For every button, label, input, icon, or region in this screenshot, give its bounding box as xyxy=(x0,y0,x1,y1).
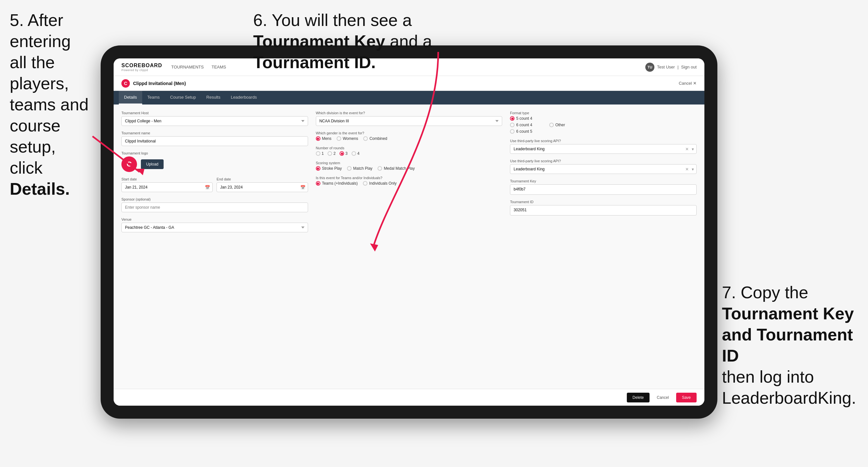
tab-leaderboards[interactable]: Leaderboards xyxy=(226,91,262,104)
end-date-wrap: 📅 xyxy=(217,182,308,192)
navbar-brand: SCOREBOARD Powered by clippd xyxy=(121,63,162,72)
save-button[interactable]: Save xyxy=(676,393,696,402)
scoring-match-radio[interactable] xyxy=(347,166,351,171)
end-calendar-icon: 📅 xyxy=(300,185,306,190)
round-3[interactable]: 3 xyxy=(340,151,348,156)
format-5count4[interactable]: 5 count 4 xyxy=(510,116,532,121)
tournament-key-value: b4f0b7 xyxy=(510,184,696,195)
format-other-group: Other xyxy=(549,116,565,134)
sponsor-label: Sponsor (optional) xyxy=(121,197,308,201)
api1-input[interactable] xyxy=(510,144,696,154)
teams-plus-individuals[interactable]: Teams (+Individuals) xyxy=(316,181,358,186)
tablet-screen: SCOREBOARD Powered by clippd TOURNAMENTS… xyxy=(114,58,704,406)
api2-group: Use third-party live scoring API? ✕ ▾ xyxy=(510,159,696,174)
tournament-header: C Clippd Invitational (Men) Cancel ✕ xyxy=(114,76,704,91)
navbar-right: TU Test User | Sign out xyxy=(645,63,696,72)
gender-womens-radio[interactable] xyxy=(337,136,341,141)
upload-button[interactable]: Upload xyxy=(141,159,164,169)
start-date-group: Start date 📅 xyxy=(121,177,213,192)
col-left: Tournament Host Clippd College - Men Tou… xyxy=(121,111,308,238)
scoring-medal-radio[interactable] xyxy=(377,166,382,171)
api2-input[interactable] xyxy=(510,164,696,174)
teams-group: Is this event for Teams and/or Individua… xyxy=(316,176,502,186)
tournament-host-select[interactable]: Clippd College - Men xyxy=(121,116,308,126)
gender-womens[interactable]: Womens xyxy=(337,136,358,141)
cancel-link[interactable]: Cancel ✕ xyxy=(678,81,696,86)
api2-clear-icon[interactable]: ✕ xyxy=(685,167,689,172)
format-5count4-radio[interactable] xyxy=(510,116,515,121)
end-date-input[interactable] xyxy=(217,182,308,192)
user-name: Test User xyxy=(657,65,675,69)
api1-label: Use third-party live scoring API? xyxy=(510,139,696,143)
api1-wrap: ✕ ▾ xyxy=(510,144,696,154)
tab-course-setup[interactable]: Course Setup xyxy=(165,91,201,104)
main-content: Tournament Host Clippd College - Men Tou… xyxy=(114,104,704,389)
gender-combined-radio[interactable] xyxy=(363,136,368,141)
sponsor-input[interactable] xyxy=(121,203,308,212)
round-4[interactable]: 4 xyxy=(351,151,360,156)
round-4-radio[interactable] xyxy=(351,151,356,156)
api2-chevron-icon[interactable]: ▾ xyxy=(692,167,694,172)
tournament-logo-icon: C xyxy=(121,79,130,88)
format-other[interactable]: Other xyxy=(549,123,565,127)
tournament-host-label: Tournament Host xyxy=(121,111,308,115)
gender-group: Which gender is the event for? Mens Wome… xyxy=(316,131,502,141)
cancel-button[interactable]: Cancel xyxy=(653,393,673,402)
form-layout: Tournament Host Clippd College - Men Tou… xyxy=(121,111,696,238)
sign-out-separator: | xyxy=(678,65,678,69)
annotation-step7: 7. Copy the Tournament Key and Tournamen… xyxy=(722,282,858,409)
tournament-name-input[interactable] xyxy=(121,136,308,146)
format-6count4-radio[interactable] xyxy=(510,123,515,127)
api1-group: Use third-party live scoring API? ✕ ▾ xyxy=(510,139,696,154)
venue-select[interactable]: Peachtree GC - Atlanta - GA xyxy=(121,223,308,232)
tournament-key-label: Tournament Key xyxy=(510,179,696,183)
scoring-group: Scoring system Stroke Play Match Play xyxy=(316,161,502,171)
tab-details[interactable]: Details xyxy=(119,91,142,104)
round-1[interactable]: 1 xyxy=(316,151,324,156)
scoring-stroke-radio[interactable] xyxy=(316,166,320,171)
nav-teams[interactable]: TEAMS xyxy=(212,63,226,71)
sign-out-link[interactable]: Sign out xyxy=(681,63,696,71)
format-other-radio[interactable] xyxy=(549,123,554,127)
tab-teams[interactable]: Teams xyxy=(142,91,165,104)
gender-mens-radio[interactable] xyxy=(316,136,320,141)
brand-subtitle: Powered by clippd xyxy=(121,68,162,72)
rounds-group: Number of rounds 1 2 xyxy=(316,146,502,156)
scoring-radio-group: Stroke Play Match Play Medal Match Play xyxy=(316,166,502,171)
individuals-only[interactable]: Individuals Only xyxy=(363,181,397,186)
scoring-stroke[interactable]: Stroke Play xyxy=(316,166,342,171)
scoring-medal[interactable]: Medal Match Play xyxy=(377,166,414,171)
format-list: 5 count 4 6 count 4 6 count 5 xyxy=(510,116,532,134)
gender-radio-group: Mens Womens Combined xyxy=(316,136,502,141)
scoring-match[interactable]: Match Play xyxy=(347,166,372,171)
format-6count5-radio[interactable] xyxy=(510,129,515,134)
api1-clear-icon[interactable]: ✕ xyxy=(685,147,689,152)
tab-results[interactable]: Results xyxy=(201,91,226,104)
round-2[interactable]: 2 xyxy=(328,151,336,156)
tournament-logo-group: Tournament logo C Upload xyxy=(121,151,308,172)
division-group: Which division is the event for? NCAA Di… xyxy=(316,111,502,126)
date-row: Start date 📅 End date 📅 xyxy=(121,177,308,192)
nav-tournaments[interactable]: TOURNAMENTS xyxy=(172,63,204,71)
teams-plus-radio[interactable] xyxy=(316,181,320,186)
api1-chevron-icon[interactable]: ▾ xyxy=(692,147,694,152)
delete-button[interactable]: Delete xyxy=(627,393,650,402)
division-select[interactable]: NCAA Division III xyxy=(316,116,502,126)
tournament-name: Clippd Invitational (Men) xyxy=(133,81,678,86)
rounds-radio-group: 1 2 3 4 xyxy=(316,151,502,156)
individuals-radio[interactable] xyxy=(363,181,368,186)
end-date-group: End date 📅 xyxy=(217,177,308,192)
tournament-name-label: Tournament name xyxy=(121,131,308,135)
tournament-id-value: 302051 xyxy=(510,205,696,216)
gender-mens[interactable]: Mens xyxy=(316,136,332,141)
logo-circle-icon: C xyxy=(121,156,137,172)
round-1-radio[interactable] xyxy=(316,151,320,156)
gender-combined[interactable]: Combined xyxy=(363,136,387,141)
round-2-radio[interactable] xyxy=(328,151,332,156)
start-date-input[interactable] xyxy=(121,182,213,192)
api2-wrap: ✕ ▾ xyxy=(510,164,696,174)
tablet-device: SCOREBOARD Powered by clippd TOURNAMENTS… xyxy=(101,45,717,418)
format-6count5[interactable]: 6 count 5 xyxy=(510,129,532,134)
round-3-radio[interactable] xyxy=(340,151,344,156)
format-6count4[interactable]: 6 count 4 xyxy=(510,123,532,127)
